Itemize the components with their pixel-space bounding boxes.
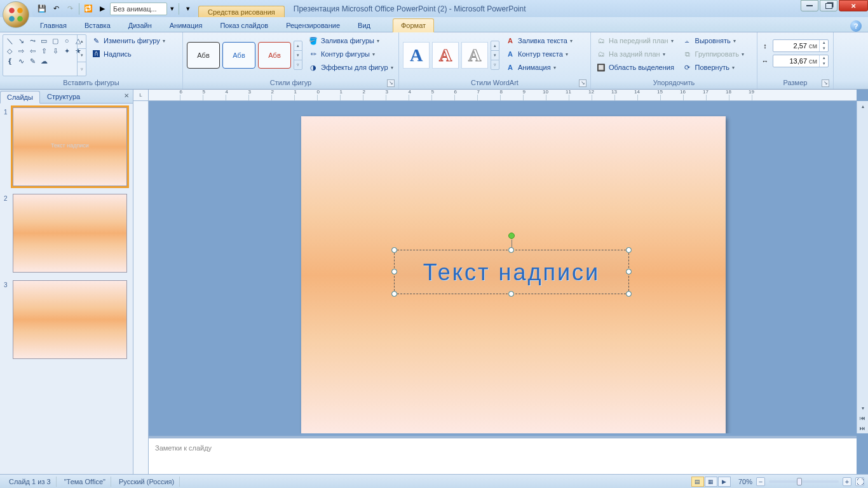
selection-pane-button[interactable]: 🔲Область выделения [593,61,678,74]
wordart-preset-2[interactable]: А [432,42,459,69]
shape-oval-icon[interactable]: ○ [62,36,72,45]
tab-animation[interactable]: Анимация [161,18,211,32]
shape-diamond-icon[interactable]: ◇ [4,46,15,55]
ruler-corner[interactable]: L [133,90,149,101]
animation-combo-dropdown[interactable]: ▾ [168,4,176,13]
thumbnail-row[interactable]: 1 Текст надписи [4,107,129,186]
tab-review[interactable]: Рецензирование [278,18,348,32]
minimize-button[interactable] [801,0,818,11]
text-outline-button[interactable]: AКонтур текста▾ [503,48,577,60]
slides-tab[interactable]: Слайды [0,91,40,104]
width-spinner[interactable]: см ▴▾ [773,55,829,67]
scroll-down-button[interactable]: ▾ [858,403,868,413]
office-button[interactable] [3,1,29,28]
text-animation-button[interactable]: AАнимация▾ [503,61,577,74]
shape-rect-icon[interactable]: ▭ [39,36,49,45]
status-theme[interactable]: "Тема Office" [59,477,111,487]
fit-to-window-button[interactable]: ⛶ [855,477,864,486]
outline-tab[interactable]: Структура [40,90,87,103]
width-input[interactable] [773,57,809,65]
redo-button[interactable]: ↷ [64,3,76,15]
shapes-gallery-scroll[interactable]: ▴▾▿ [77,35,86,76]
slide-thumbnail-2[interactable] [13,194,127,273]
zoom-in-button[interactable]: + [843,477,851,486]
prev-slide-button[interactable]: ⏮ [858,413,868,423]
shape-callout-icon[interactable]: ☁ [39,57,49,65]
thumbnail-row[interactable]: 3 [4,280,129,359]
resize-handle-r[interactable] [626,269,632,274]
send-to-back-button[interactable]: 🗂На задний план▾ [593,48,678,60]
restore-button[interactable] [820,0,837,11]
text-fill-button[interactable]: AЗаливка текста▾ [503,34,577,47]
shape-style-preset-2[interactable]: Абв [222,42,255,69]
bring-to-front-button[interactable]: 🗂На передний план▾ [593,34,678,47]
shape-roundrect-icon[interactable]: ▢ [50,36,60,45]
shape-curve-icon[interactable]: ∿ [16,57,26,65]
shape-downarrow-icon[interactable]: ⇩ [50,46,60,55]
shape-fill-button[interactable]: 🪣Заливка фигуры▾ [306,34,398,47]
height-input[interactable] [773,42,809,50]
shape-effects-button[interactable]: ◑Эффекты для фигур▾ [306,61,398,74]
shape-style-preset-3[interactable]: Абв [258,42,291,69]
slide-thumbnail-1[interactable]: Текст надписи [13,107,127,186]
close-button[interactable] [839,0,868,11]
resize-handle-t[interactable] [508,247,514,253]
save-button[interactable]: 💾 [36,3,48,15]
zoom-slider-knob[interactable] [797,478,802,485]
width-up[interactable]: ▴ [820,55,828,61]
slideshow-view-button[interactable]: ▶ [718,477,731,487]
horizontal-ruler[interactable]: 654321012345678910111213141516171819 [149,90,857,101]
rotation-handle[interactable] [508,233,515,239]
undo-button[interactable]: ↶ [50,3,62,15]
wordart-preset-3[interactable]: А [461,42,488,69]
thumbnail-row[interactable]: 2 [4,194,129,273]
resize-handle-bl[interactable] [391,291,397,297]
shape-style-preset-1[interactable]: Абв [187,42,220,69]
shape-arrow-icon[interactable]: ↘ [16,36,26,45]
wordart-gallery[interactable]: А А А ▴▾▿ [402,34,501,76]
shape-star4-icon[interactable]: ✦ [62,46,72,55]
text-box-button[interactable]: 🅰Надпись [88,48,170,60]
width-down[interactable]: ▾ [820,61,828,67]
tab-slideshow[interactable]: Показ слайдов [212,18,276,32]
edit-shape-button[interactable]: ✎Изменить фигуру▾ [88,34,170,47]
slide-canvas-viewport[interactable]: Текст надписи [149,101,857,433]
dialog-launcher[interactable]: ↘ [387,79,395,87]
resize-handle-br[interactable] [626,291,632,297]
dialog-launcher[interactable]: ↘ [822,79,829,87]
animation-combo[interactable]: Без анимац... [110,3,167,15]
scroll-up-button[interactable]: ▴ [858,101,868,111]
shape-leftarrow-icon[interactable]: ⇦ [27,46,37,55]
preview-button[interactable]: ▶ [96,3,109,15]
shape-style-scroll[interactable]: ▴▾▿ [294,41,302,70]
zoom-slider[interactable] [769,480,839,483]
dialog-launcher[interactable]: ↘ [579,79,587,87]
normal-view-button[interactable]: ▤ [691,477,704,487]
vertical-ruler[interactable] [133,101,149,474]
selected-text-box[interactable]: Текст надписи [394,250,629,294]
close-panel-button[interactable]: ✕ [124,92,129,99]
shape-freeform-icon[interactable]: ✎ [27,57,37,65]
tab-design[interactable]: Дизайн [120,18,160,32]
tab-insert[interactable]: Вставка [76,18,119,32]
shape-uparrow-icon[interactable]: ⇧ [39,46,49,55]
group-objects-button[interactable]: ⧉Группировать▾ [680,48,749,60]
shape-brace-icon[interactable]: ❴ [4,57,15,65]
shape-style-gallery[interactable]: Абв Абв Абв ▴▾▿ [186,34,304,76]
resize-handle-b[interactable] [508,291,514,297]
notes-pane[interactable]: Заметки к слайду [149,436,857,474]
tab-format[interactable]: Формат [393,18,434,32]
status-language[interactable]: Русский (Россия) [114,477,180,487]
zoom-value[interactable]: 70% [738,478,752,485]
resize-handle-tr[interactable] [626,247,632,253]
wordart-preset-1[interactable]: А [403,42,430,69]
status-slide-count[interactable]: Слайд 1 из 3 [4,477,57,487]
height-down[interactable]: ▾ [820,46,828,51]
help-button[interactable]: ? [850,20,862,32]
height-spinner[interactable]: см ▴▾ [773,39,829,52]
height-up[interactable]: ▴ [820,40,828,46]
align-button[interactable]: ⫠Выровнять▾ [680,34,749,47]
slide-thumbnail-3[interactable] [13,280,127,359]
shape-rightarrow-icon[interactable]: ⇨ [16,46,26,55]
rotate-button[interactable]: ⟳Повернуть▾ [680,61,749,74]
